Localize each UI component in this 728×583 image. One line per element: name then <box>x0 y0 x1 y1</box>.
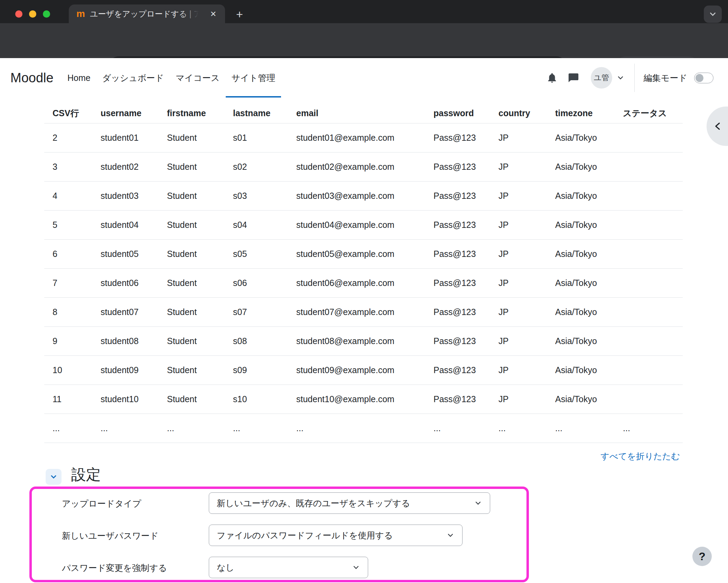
table-cell: Pass@123 <box>425 152 490 181</box>
table-row: 10student09Students09student09@example.c… <box>44 355 683 385</box>
table-cell: student10 <box>92 385 159 414</box>
table-cell: Student <box>159 239 225 268</box>
table-cell: Pass@123 <box>425 355 490 385</box>
table-cell: Pass@123 <box>425 297 490 326</box>
nav-item-サイト管理[interactable]: サイト管理 <box>226 58 281 98</box>
new-password-value: ファイルのパスワードフィールドを使用する <box>217 530 393 541</box>
table-cell <box>615 181 683 210</box>
force-password-change-label: パスワード変更を強制する <box>62 562 167 574</box>
table-cell: s02 <box>225 152 288 181</box>
table-cell <box>615 239 683 268</box>
force-password-change-value: なし <box>217 562 234 573</box>
tab-list-button[interactable] <box>704 6 722 23</box>
table-cell: JP <box>490 123 547 152</box>
chevron-left-icon <box>713 120 723 133</box>
table-cell: s04 <box>225 210 288 239</box>
table-row: 2student01Students01student01@example.co… <box>44 123 683 152</box>
table-cell: student06 <box>92 268 159 297</box>
table-cell: Asia/Tokyo <box>547 297 615 326</box>
table-row: 8student07Students07student07@example.co… <box>44 297 683 326</box>
table-cell: Asia/Tokyo <box>547 210 615 239</box>
table-cell: 8 <box>44 297 92 326</box>
table-cell: student05 <box>92 239 159 268</box>
table-cell: ... <box>425 414 490 443</box>
new-password-label: 新しいユーザパスワード <box>62 530 159 542</box>
table-cell: JP <box>490 152 547 181</box>
column-header: username <box>92 104 159 123</box>
notification-bell-button[interactable] <box>544 70 560 86</box>
window-zoom-button[interactable] <box>43 10 50 18</box>
table-cell: JP <box>490 210 547 239</box>
table-cell: Asia/Tokyo <box>547 181 615 210</box>
column-header: CSV行 <box>44 104 92 123</box>
table-cell: Student <box>159 181 225 210</box>
table-cell: s09 <box>225 355 288 385</box>
primary-nav: Homeダッシュボードマイコースサイト管理 <box>62 58 281 98</box>
table-cell: 10 <box>44 355 92 385</box>
table-cell: ... <box>44 414 92 443</box>
table-cell <box>615 210 683 239</box>
table-cell: Pass@123 <box>425 239 490 268</box>
table-cell: Student <box>159 297 225 326</box>
table-row: ........................... <box>44 414 683 443</box>
table-cell: Asia/Tokyo <box>547 385 615 414</box>
table-cell: JP <box>490 355 547 385</box>
table-cell: s06 <box>225 268 288 297</box>
table-cell: Asia/Tokyo <box>547 268 615 297</box>
new-tab-button[interactable]: + <box>232 7 247 21</box>
table-cell: 9 <box>44 326 92 355</box>
window-minimize-button[interactable] <box>29 10 36 18</box>
table-cell: JP <box>490 268 547 297</box>
window-close-button[interactable] <box>15 10 22 18</box>
table-cell: Student <box>159 326 225 355</box>
chevron-down-icon <box>49 473 58 481</box>
table-cell: Asia/Tokyo <box>547 123 615 152</box>
chevron-down-icon <box>352 563 360 572</box>
table-cell: JP <box>490 239 547 268</box>
table-cell <box>615 297 683 326</box>
moodle-header: Moodle Homeダッシュボードマイコースサイト管理 ユ管 編集モード <box>0 58 728 98</box>
table-cell: student10@example.com <box>288 385 425 414</box>
tab-title-fade <box>179 6 204 22</box>
upload-type-select[interactable]: 新しいユーザのみ、既存のユーザをスキップする <box>209 492 490 514</box>
nav-item-Home[interactable]: Home <box>62 58 96 98</box>
table-cell: student07 <box>92 297 159 326</box>
table-cell: Pass@123 <box>425 210 490 239</box>
moodle-brand[interactable]: Moodle <box>10 58 54 98</box>
user-menu-chevron[interactable] <box>616 74 625 82</box>
table-cell: student03@example.com <box>288 181 425 210</box>
upload-type-value: 新しいユーザのみ、既存のユーザをスキップする <box>217 498 410 509</box>
table-cell: student07@example.com <box>288 297 425 326</box>
table-cell: student01 <box>92 123 159 152</box>
tab-close-icon[interactable]: ✕ <box>208 9 219 20</box>
edit-mode-toggle[interactable] <box>694 73 713 83</box>
open-drawer-button[interactable] <box>707 107 728 146</box>
collapse-all-link[interactable]: すべてを折りたたむ <box>600 451 680 462</box>
browser-toolbar: localhost/admin/tool/uploaduser/index.ph… <box>0 23 728 58</box>
column-header: country <box>490 104 547 123</box>
settings-collapse-button[interactable] <box>46 469 62 485</box>
new-password-select[interactable]: ファイルのパスワードフィールドを使用する <box>209 525 463 546</box>
table-cell: student02@example.com <box>288 152 425 181</box>
table-cell: JP <box>490 297 547 326</box>
table-cell: ... <box>490 414 547 443</box>
column-header: email <box>288 104 425 123</box>
table-cell: JP <box>490 181 547 210</box>
column-header: firstname <box>159 104 225 123</box>
table-cell: 2 <box>44 123 92 152</box>
table-row: 6student05Students05student05@example.co… <box>44 239 683 268</box>
help-button[interactable]: ? <box>692 547 712 566</box>
table-cell: 3 <box>44 152 92 181</box>
nav-item-マイコース[interactable]: マイコース <box>170 58 225 98</box>
settings-heading: 設定 <box>71 465 101 485</box>
table-cell: ... <box>288 414 425 443</box>
force-password-change-select[interactable]: なし <box>209 557 368 578</box>
user-avatar[interactable]: ユ管 <box>591 67 612 89</box>
table-cell: Student <box>159 210 225 239</box>
table-cell: student08 <box>92 326 159 355</box>
browser-tab[interactable]: m ユーザをアップロードする | アカ ✕ <box>69 4 225 23</box>
nav-item-ダッシュボード[interactable]: ダッシュボード <box>96 58 170 98</box>
table-cell: student03 <box>92 181 159 210</box>
messages-button[interactable] <box>565 70 582 86</box>
table-cell: Student <box>159 385 225 414</box>
